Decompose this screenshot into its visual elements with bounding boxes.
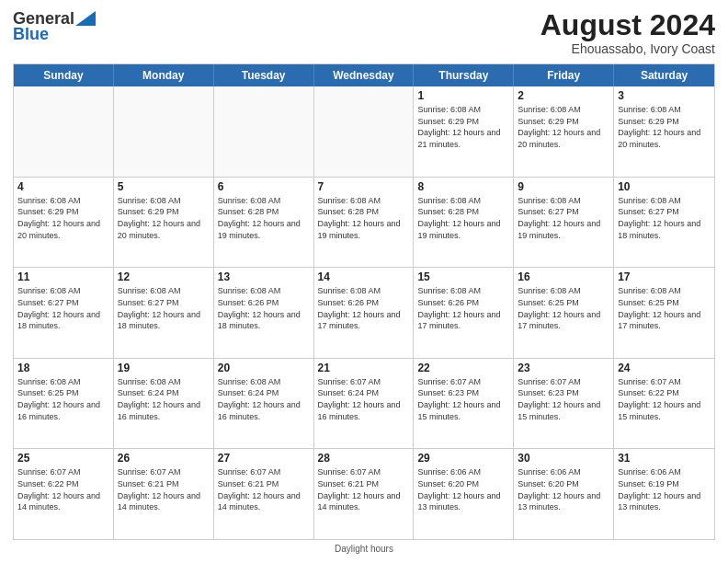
page: General Blue August 2024 Ehouassabo, Ivo… [0, 0, 728, 563]
day-number: 6 [218, 180, 310, 193]
day-number: 12 [118, 270, 210, 283]
day-info: Sunrise: 6:08 AM Sunset: 6:26 PM Dayligh… [318, 285, 410, 331]
calendar-cell: 24Sunrise: 6:07 AM Sunset: 6:22 PM Dayli… [614, 359, 714, 449]
day-info: Sunrise: 6:08 AM Sunset: 6:27 PM Dayligh… [518, 195, 609, 241]
day-info: Sunrise: 6:08 AM Sunset: 6:27 PM Dayligh… [618, 195, 711, 241]
day-number: 20 [218, 362, 310, 374]
calendar-cell: 18Sunrise: 6:08 AM Sunset: 6:25 PM Dayli… [14, 359, 114, 449]
calendar-cell: 16Sunrise: 6:08 AM Sunset: 6:25 PM Dayli… [514, 268, 614, 358]
day-number: 14 [318, 270, 410, 283]
calendar-week: 25Sunrise: 6:07 AM Sunset: 6:22 PM Dayli… [14, 449, 714, 539]
day-number: 22 [417, 362, 509, 374]
calendar-cell: 29Sunrise: 6:06 AM Sunset: 6:20 PM Dayli… [414, 449, 514, 539]
calendar-cell: 4Sunrise: 6:08 AM Sunset: 6:29 PM Daylig… [14, 178, 114, 268]
logo: General Blue [13, 9, 96, 44]
title-block: August 2024 Ehouassabo, Ivory Coast [540, 9, 715, 56]
day-info: Sunrise: 6:08 AM Sunset: 6:24 PM Dayligh… [218, 376, 310, 422]
day-info: Sunrise: 6:08 AM Sunset: 6:24 PM Dayligh… [118, 376, 210, 422]
day-info: Sunrise: 6:08 AM Sunset: 6:29 PM Dayligh… [17, 195, 109, 241]
day-number: 29 [417, 452, 509, 465]
calendar-cell: 30Sunrise: 6:06 AM Sunset: 6:20 PM Dayli… [514, 449, 614, 539]
logo-icon [75, 11, 96, 26]
calendar-cell: 26Sunrise: 6:07 AM Sunset: 6:21 PM Dayli… [114, 449, 214, 539]
day-info: Sunrise: 6:07 AM Sunset: 6:22 PM Dayligh… [618, 376, 711, 422]
calendar-cell: 2Sunrise: 6:08 AM Sunset: 6:29 PM Daylig… [514, 86, 614, 177]
calendar-cell: 10Sunrise: 6:08 AM Sunset: 6:27 PM Dayli… [614, 178, 714, 268]
day-info: Sunrise: 6:07 AM Sunset: 6:21 PM Dayligh… [318, 466, 410, 512]
calendar-cell: 11Sunrise: 6:08 AM Sunset: 6:27 PM Dayli… [14, 268, 114, 358]
svg-marker-0 [75, 11, 96, 26]
calendar-cell: 22Sunrise: 6:07 AM Sunset: 6:23 PM Dayli… [414, 359, 514, 449]
day-number: 11 [17, 270, 109, 283]
day-number: 13 [218, 270, 310, 283]
day-number: 2 [518, 89, 609, 102]
calendar-header-cell: Friday [514, 64, 614, 86]
calendar-cell: 21Sunrise: 6:07 AM Sunset: 6:24 PM Dayli… [314, 359, 415, 449]
day-info: Sunrise: 6:08 AM Sunset: 6:28 PM Dayligh… [417, 195, 509, 241]
day-number: 7 [318, 180, 410, 193]
day-info: Sunrise: 6:06 AM Sunset: 6:20 PM Dayligh… [518, 466, 609, 512]
calendar-header-cell: Thursday [414, 64, 514, 86]
calendar-cell: 27Sunrise: 6:07 AM Sunset: 6:21 PM Dayli… [214, 449, 314, 539]
calendar-header-cell: Wednesday [314, 64, 415, 86]
day-number: 24 [618, 362, 711, 374]
day-number: 17 [618, 270, 711, 283]
calendar-cell: 14Sunrise: 6:08 AM Sunset: 6:26 PM Dayli… [314, 268, 415, 358]
calendar-cell: 20Sunrise: 6:08 AM Sunset: 6:24 PM Dayli… [214, 359, 314, 449]
calendar-cell: 7Sunrise: 6:08 AM Sunset: 6:28 PM Daylig… [314, 178, 415, 268]
month-title: August 2024 [540, 9, 715, 41]
calendar-header-cell: Tuesday [214, 64, 314, 86]
day-info: Sunrise: 6:08 AM Sunset: 6:25 PM Dayligh… [618, 285, 711, 331]
day-number: 31 [618, 452, 711, 465]
calendar-body: 1Sunrise: 6:08 AM Sunset: 6:29 PM Daylig… [14, 86, 714, 539]
calendar-cell: 19Sunrise: 6:08 AM Sunset: 6:24 PM Dayli… [114, 359, 214, 449]
day-info: Sunrise: 6:06 AM Sunset: 6:20 PM Dayligh… [417, 466, 509, 512]
day-info: Sunrise: 6:07 AM Sunset: 6:22 PM Dayligh… [17, 466, 109, 512]
day-number: 4 [17, 180, 109, 193]
day-number: 16 [518, 270, 609, 283]
day-info: Sunrise: 6:08 AM Sunset: 6:28 PM Dayligh… [218, 195, 310, 241]
calendar-header-cell: Monday [114, 64, 214, 86]
calendar-cell: 23Sunrise: 6:07 AM Sunset: 6:23 PM Dayli… [514, 359, 614, 449]
day-number: 1 [417, 89, 509, 102]
day-number: 27 [218, 452, 310, 465]
day-number: 18 [17, 362, 109, 374]
calendar-header-row: SundayMondayTuesdayWednesdayThursdayFrid… [14, 64, 714, 86]
day-number: 26 [118, 452, 210, 465]
calendar-cell: 31Sunrise: 6:06 AM Sunset: 6:19 PM Dayli… [614, 449, 714, 539]
day-number: 9 [518, 180, 609, 193]
header: General Blue August 2024 Ehouassabo, Ivo… [13, 9, 715, 56]
day-number: 23 [518, 362, 609, 374]
calendar-cell [114, 86, 214, 177]
day-info: Sunrise: 6:08 AM Sunset: 6:25 PM Dayligh… [17, 376, 109, 422]
day-info: Sunrise: 6:07 AM Sunset: 6:23 PM Dayligh… [417, 376, 509, 422]
logo-blue-text: Blue [13, 25, 49, 44]
calendar-cell: 9Sunrise: 6:08 AM Sunset: 6:27 PM Daylig… [514, 178, 614, 268]
calendar: SundayMondayTuesdayWednesdayThursdayFrid… [13, 63, 715, 540]
day-number: 30 [518, 452, 609, 465]
calendar-cell [314, 86, 415, 177]
day-number: 3 [618, 89, 711, 102]
calendar-cell: 25Sunrise: 6:07 AM Sunset: 6:22 PM Dayli… [14, 449, 114, 539]
day-info: Sunrise: 6:07 AM Sunset: 6:21 PM Dayligh… [118, 466, 210, 512]
calendar-header-cell: Saturday [614, 64, 714, 86]
calendar-cell: 12Sunrise: 6:08 AM Sunset: 6:27 PM Dayli… [114, 268, 214, 358]
day-info: Sunrise: 6:08 AM Sunset: 6:29 PM Dayligh… [518, 104, 609, 150]
calendar-cell: 3Sunrise: 6:08 AM Sunset: 6:29 PM Daylig… [614, 86, 714, 177]
day-info: Sunrise: 6:08 AM Sunset: 6:29 PM Dayligh… [618, 104, 711, 150]
day-info: Sunrise: 6:08 AM Sunset: 6:29 PM Dayligh… [417, 104, 509, 150]
calendar-cell: 6Sunrise: 6:08 AM Sunset: 6:28 PM Daylig… [214, 178, 314, 268]
day-info: Sunrise: 6:07 AM Sunset: 6:24 PM Dayligh… [318, 376, 410, 422]
footer-note: Daylight hours [13, 544, 715, 554]
calendar-cell: 28Sunrise: 6:07 AM Sunset: 6:21 PM Dayli… [314, 449, 415, 539]
day-number: 5 [118, 180, 210, 193]
location-subtitle: Ehouassabo, Ivory Coast [540, 41, 715, 56]
day-info: Sunrise: 6:08 AM Sunset: 6:29 PM Dayligh… [118, 195, 210, 241]
calendar-week: 4Sunrise: 6:08 AM Sunset: 6:29 PM Daylig… [14, 178, 714, 269]
day-number: 8 [417, 180, 509, 193]
day-info: Sunrise: 6:06 AM Sunset: 6:19 PM Dayligh… [618, 466, 711, 512]
day-number: 10 [618, 180, 711, 193]
day-info: Sunrise: 6:08 AM Sunset: 6:28 PM Dayligh… [318, 195, 410, 241]
day-number: 19 [118, 362, 210, 374]
day-number: 28 [318, 452, 410, 465]
